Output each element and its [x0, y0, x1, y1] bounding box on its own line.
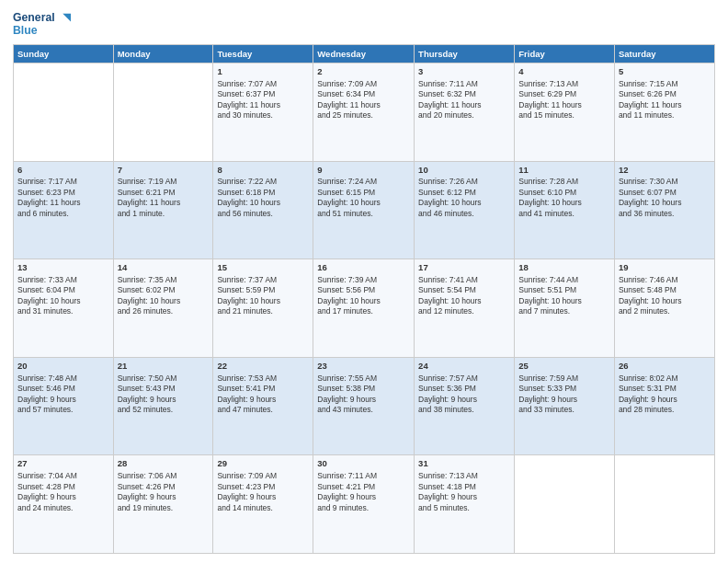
- day-info-line: Sunrise: 7:35 AM: [118, 275, 210, 285]
- day-cell: [14, 63, 114, 162]
- col-header-sunday: Sunday: [14, 45, 114, 63]
- day-info-line: Sunrise: 7:59 AM: [518, 373, 610, 384]
- day-info-line: Sunset: 6:18 PM: [217, 188, 309, 198]
- day-number: 13: [17, 262, 109, 274]
- day-number: 5: [619, 66, 711, 78]
- day-cell: 18Sunrise: 7:44 AMSunset: 5:51 PMDayligh…: [515, 259, 615, 358]
- week-row-1: 1Sunrise: 7:07 AMSunset: 6:37 PMDaylight…: [14, 63, 715, 162]
- page: General Blue SundayMondayTuesdayWednesda…: [0, 0, 728, 563]
- day-info-line: and 30 minutes.: [217, 110, 309, 121]
- day-info-line: and 36 minutes.: [619, 209, 711, 219]
- day-number: 26: [619, 361, 711, 373]
- day-info-line: and 57 minutes.: [17, 405, 109, 415]
- day-cell: 14Sunrise: 7:35 AMSunset: 6:02 PMDayligh…: [113, 259, 213, 358]
- week-row-4: 20Sunrise: 7:48 AMSunset: 5:46 PMDayligh…: [14, 357, 715, 455]
- day-number: 27: [17, 458, 109, 470]
- day-info-line: Daylight: 10 hours: [217, 198, 309, 208]
- day-info-line: Daylight: 11 hours: [317, 100, 410, 110]
- day-info-line: Sunset: 5:56 PM: [317, 285, 410, 295]
- day-info-line: Sunset: 6:21 PM: [118, 188, 210, 198]
- day-info-line: and 14 minutes.: [217, 503, 309, 513]
- day-info-line: Sunset: 6:23 PM: [17, 188, 109, 198]
- day-number: 14: [118, 262, 210, 274]
- day-info-line: and 5 minutes.: [418, 503, 510, 513]
- day-cell: 10Sunrise: 7:26 AMSunset: 6:12 PMDayligh…: [415, 161, 515, 259]
- day-info-line: Daylight: 9 hours: [17, 492, 109, 502]
- day-cell: 3Sunrise: 7:11 AMSunset: 6:32 PMDaylight…: [415, 63, 515, 162]
- day-info-line: Daylight: 11 hours: [17, 198, 109, 208]
- day-info-line: Daylight: 10 hours: [118, 296, 210, 306]
- day-number: 30: [317, 458, 410, 470]
- col-header-thursday: Thursday: [415, 45, 515, 63]
- day-info-line: and 33 minutes.: [518, 405, 610, 415]
- day-cell: 9Sunrise: 7:24 AMSunset: 6:15 PMDaylight…: [313, 161, 415, 259]
- day-info-line: Daylight: 9 hours: [118, 492, 210, 502]
- col-header-wednesday: Wednesday: [313, 45, 415, 63]
- day-info-line: Sunrise: 7:26 AM: [418, 177, 510, 187]
- day-info-line: Sunset: 4:23 PM: [217, 482, 309, 492]
- day-info-line: Sunset: 6:02 PM: [118, 285, 210, 295]
- day-number: 29: [217, 458, 309, 470]
- day-number: 1: [217, 66, 309, 78]
- day-cell: 4Sunrise: 7:13 AMSunset: 6:29 PMDaylight…: [515, 63, 615, 162]
- day-info-line: Sunset: 6:12 PM: [418, 188, 510, 198]
- day-info-line: Sunrise: 7:28 AM: [518, 177, 610, 187]
- day-info-line: Sunset: 6:32 PM: [418, 89, 510, 99]
- day-info-line: Daylight: 10 hours: [619, 198, 711, 208]
- day-info-line: Sunset: 6:10 PM: [518, 188, 610, 198]
- day-info-line: Sunset: 4:28 PM: [17, 482, 109, 492]
- day-info-line: Sunset: 4:21 PM: [317, 482, 410, 492]
- day-cell: [113, 63, 213, 162]
- day-number: 17: [418, 262, 510, 274]
- day-number: 21: [118, 361, 210, 373]
- day-info-line: Sunrise: 7:57 AM: [418, 373, 510, 384]
- day-info-line: Daylight: 9 hours: [418, 395, 510, 405]
- day-info-line: Sunset: 5:31 PM: [619, 384, 711, 394]
- day-info-line: Sunrise: 7:09 AM: [217, 471, 309, 481]
- svg-text:Blue: Blue: [13, 24, 38, 37]
- day-number: 10: [418, 165, 510, 177]
- col-header-friday: Friday: [515, 45, 615, 63]
- day-cell: 26Sunrise: 8:02 AMSunset: 5:31 PMDayligh…: [614, 357, 714, 455]
- day-cell: 29Sunrise: 7:09 AMSunset: 4:23 PMDayligh…: [213, 455, 313, 554]
- day-info-line: Sunrise: 7:30 AM: [619, 177, 711, 187]
- day-info-line: Sunset: 5:43 PM: [118, 384, 210, 394]
- day-cell: 22Sunrise: 7:53 AMSunset: 5:41 PMDayligh…: [213, 357, 313, 455]
- day-info-line: Daylight: 10 hours: [518, 296, 610, 306]
- day-info-line: and 19 minutes.: [118, 503, 210, 513]
- col-header-tuesday: Tuesday: [213, 45, 313, 63]
- day-info-line: Daylight: 11 hours: [518, 100, 610, 110]
- day-cell: 25Sunrise: 7:59 AMSunset: 5:33 PMDayligh…: [515, 357, 615, 455]
- day-info-line: and 15 minutes.: [518, 110, 610, 121]
- day-info-line: Daylight: 10 hours: [518, 198, 610, 208]
- day-info-line: Sunset: 5:51 PM: [518, 285, 610, 295]
- day-info-line: Daylight: 9 hours: [619, 395, 711, 405]
- day-cell: 7Sunrise: 7:19 AMSunset: 6:21 PMDaylight…: [113, 161, 213, 259]
- day-info-line: and 46 minutes.: [418, 209, 510, 219]
- header-row: SundayMondayTuesdayWednesdayThursdayFrid…: [14, 45, 715, 63]
- day-info-line: Sunset: 6:04 PM: [17, 285, 109, 295]
- week-row-3: 13Sunrise: 7:33 AMSunset: 6:04 PMDayligh…: [14, 259, 715, 358]
- day-info-line: Daylight: 11 hours: [118, 198, 210, 208]
- day-info-line: and 17 minutes.: [317, 306, 410, 316]
- col-header-saturday: Saturday: [614, 45, 714, 63]
- day-number: 22: [217, 361, 309, 373]
- day-info-line: and 12 minutes.: [418, 306, 510, 316]
- day-info-line: Sunrise: 7:37 AM: [217, 275, 309, 285]
- day-info-line: Daylight: 11 hours: [619, 100, 711, 110]
- day-number: 31: [418, 458, 510, 470]
- day-info-line: Sunset: 5:46 PM: [17, 384, 109, 394]
- day-info-line: Sunset: 6:07 PM: [619, 188, 711, 198]
- svg-text:General: General: [13, 11, 55, 24]
- day-info-line: Sunset: 5:36 PM: [418, 384, 510, 394]
- day-number: 7: [118, 165, 210, 177]
- day-number: 19: [619, 262, 711, 274]
- day-info-line: Sunrise: 7:48 AM: [17, 373, 109, 384]
- day-info-line: Sunset: 6:29 PM: [518, 89, 610, 99]
- day-info-line: Daylight: 11 hours: [418, 100, 510, 110]
- day-info-line: Sunrise: 7:11 AM: [317, 471, 410, 481]
- day-info-line: Sunrise: 7:46 AM: [619, 275, 711, 285]
- day-info-line: Sunrise: 7:24 AM: [317, 177, 410, 187]
- day-info-line: Sunrise: 7:17 AM: [17, 177, 109, 187]
- day-info-line: Sunset: 6:34 PM: [317, 89, 410, 99]
